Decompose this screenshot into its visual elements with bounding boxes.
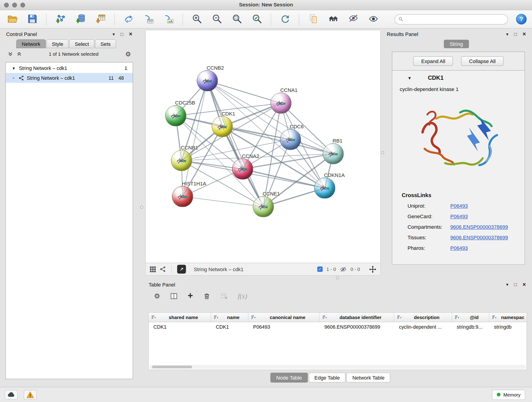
- panel-close-icon[interactable]: ×: [129, 31, 133, 37]
- column-header--id[interactable]: @id: [452, 313, 489, 322]
- zoom-in-button[interactable]: [191, 13, 203, 26]
- column-header-namespac[interactable]: namespac: [489, 313, 527, 322]
- string-share-icon[interactable]: [160, 266, 166, 272]
- graph-node-ccna1[interactable]: [270, 93, 291, 114]
- birdseye-view-icon[interactable]: [150, 266, 156, 272]
- column-header-name[interactable]: name: [211, 313, 248, 322]
- network-options-gear-icon[interactable]: ⚙: [125, 50, 131, 58]
- delete-table-button[interactable]: [220, 293, 228, 300]
- pan-crosshair-icon[interactable]: [369, 266, 376, 273]
- graph-node-hist1h1a[interactable]: [172, 186, 193, 207]
- network-to-table-button[interactable]: [143, 13, 155, 26]
- create-column-button[interactable]: +: [188, 292, 193, 300]
- table-settings-gear-button[interactable]: ⚙: [154, 292, 160, 300]
- graph-node-label-ccna2: CCNA2: [242, 153, 259, 159]
- network-row[interactable]: ● String Network – cdk1 11 48: [6, 73, 133, 83]
- graph-node-rb1[interactable]: [323, 143, 344, 164]
- apply-layout-button[interactable]: [279, 13, 291, 26]
- table-row[interactable]: CDK1CDK1P064939606.ENSP00000378699cyclin…: [149, 322, 527, 332]
- tab-select[interactable]: Select: [70, 39, 94, 48]
- right-splitter-handle[interactable]: [381, 151, 384, 154]
- panel-menu-icon[interactable]: ▾: [113, 32, 115, 36]
- network-to-image-button[interactable]: [162, 13, 175, 26]
- tab-sets[interactable]: Sets: [95, 39, 116, 48]
- panel-float-icon[interactable]: □: [514, 282, 517, 287]
- panel-float-icon[interactable]: □: [120, 32, 123, 36]
- import-network-icon: [55, 13, 66, 25]
- left-splitter-handle[interactable]: [140, 206, 143, 209]
- protein-card-header[interactable]: ▼ CDK1: [392, 70, 525, 85]
- crosslink-tissues-link[interactable]: 9606.ENSP00000378699: [450, 235, 508, 240]
- import-table-from-file-button[interactable]: [94, 13, 107, 26]
- column-header-shared-name[interactable]: shared name: [149, 313, 211, 322]
- zoom-selected-button[interactable]: [251, 13, 263, 26]
- hidden-counts: 0 - 0: [351, 267, 360, 272]
- horizontal-scrollbar[interactable]: [149, 365, 526, 369]
- graph-node-ccna2[interactable]: [232, 159, 253, 180]
- memory-button[interactable]: Memory: [492, 389, 525, 400]
- warnings-button[interactable]: [24, 390, 37, 399]
- panel-close-icon[interactable]: ×: [523, 31, 526, 37]
- zoom-out-button[interactable]: [211, 13, 223, 26]
- column-header-database-identifier[interactable]: database identifier: [320, 313, 394, 322]
- collapse-all-button[interactable]: Collapse All: [461, 56, 503, 66]
- crosslink-compartments-link[interactable]: 9606.ENSP00000378699: [450, 224, 508, 230]
- table-tab-edge-table[interactable]: Edge Table: [309, 373, 346, 383]
- toolbar-separator: [171, 265, 172, 274]
- network-collection-row[interactable]: ▼ String Network – cdk1 1: [6, 63, 133, 73]
- expand-all-button[interactable]: Expand All: [413, 56, 453, 66]
- save-session-button[interactable]: [26, 13, 38, 26]
- split-panel-button[interactable]: [170, 293, 177, 300]
- panel-menu-icon[interactable]: ▾: [506, 282, 508, 287]
- graph-node-ccnb2[interactable]: [197, 70, 218, 91]
- graph-node-label-cdc6: CDC6: [290, 123, 304, 129]
- graph-node-ccne1[interactable]: [253, 196, 274, 217]
- graph-node-cdkn1a[interactable]: [314, 178, 335, 199]
- import-table-icon: [95, 13, 106, 25]
- tab-network[interactable]: Network: [16, 39, 46, 48]
- network-canvas[interactable]: CCNB2CCNA1CDC25BCDK1CDC6RB1CCNB1CCNA2CDK…: [146, 30, 380, 263]
- crosslink-pharos-link[interactable]: P06493: [450, 245, 468, 251]
- import-network-from-file-button[interactable]: [54, 13, 66, 26]
- toolbar-separator: [114, 13, 114, 25]
- graph-node-cdc6[interactable]: [280, 129, 301, 150]
- panel-close-icon[interactable]: ×: [523, 281, 526, 287]
- crosslink-row: Compartments:9606.ENSP00000378699: [392, 222, 525, 232]
- annotation-button[interactable]: [307, 13, 319, 26]
- crosslink-uniprot-link[interactable]: P06493: [450, 203, 468, 209]
- status-bar: Memory: [0, 387, 532, 402]
- graph-node-cdc25b[interactable]: [165, 105, 186, 126]
- hide-graphics-details-button[interactable]: [347, 13, 359, 26]
- home-button[interactable]: [327, 13, 339, 26]
- graph-node-label-ccna1: CCNA1: [280, 87, 298, 93]
- collection-expand-icon[interactable]: ▼: [12, 66, 16, 70]
- graph-node-ccnb1[interactable]: [171, 150, 192, 171]
- scrollbar-thumb[interactable]: [152, 366, 192, 368]
- crosslink-genecard-link[interactable]: P06493: [450, 214, 468, 219]
- cloud-status-button[interactable]: [5, 390, 18, 399]
- help-button[interactable]: ?: [516, 14, 527, 25]
- table-tab-node-table[interactable]: Node Table: [270, 373, 307, 383]
- function-builder-button[interactable]: f(x): [238, 292, 247, 300]
- panel-float-icon[interactable]: □: [514, 32, 517, 36]
- clone-network-button[interactable]: [123, 13, 135, 26]
- delete-column-button[interactable]: [203, 293, 210, 300]
- import-network-from-database-button[interactable]: [74, 13, 86, 26]
- table-cell: stringdb:9...: [452, 322, 489, 332]
- open-in-browser-button[interactable]: ↗: [177, 265, 186, 274]
- protein-collapse-icon[interactable]: ▼: [408, 76, 412, 80]
- column-header-canonical-name[interactable]: canonical name: [248, 313, 320, 322]
- show-graphics-details-button[interactable]: [367, 13, 379, 26]
- zoom-fit-button[interactable]: [231, 13, 243, 26]
- tab-style[interactable]: Style: [46, 39, 69, 48]
- column-header-description[interactable]: description: [394, 313, 452, 322]
- open-session-button[interactable]: [6, 13, 18, 26]
- tab-string[interactable]: String: [444, 40, 469, 48]
- collapse-all-chevron-icon[interactable]: [7, 51, 13, 57]
- search-input[interactable]: [406, 16, 504, 22]
- bottom-splitter-handle[interactable]: [336, 276, 339, 279]
- table-tab-network-table[interactable]: Network Table: [347, 373, 390, 383]
- graph-node-cdk1[interactable]: [212, 116, 233, 137]
- expand-all-chevron-icon[interactable]: [16, 51, 22, 57]
- panel-menu-icon[interactable]: ▾: [506, 32, 508, 36]
